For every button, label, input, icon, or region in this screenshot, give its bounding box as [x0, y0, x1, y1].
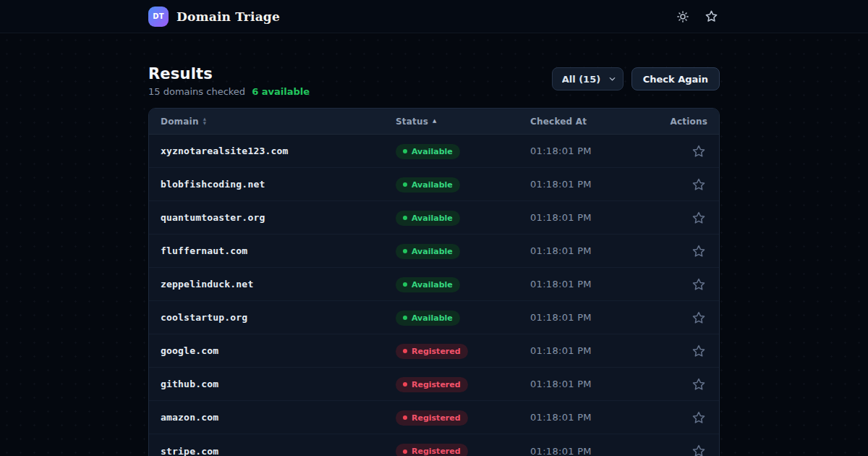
status-label: Registered	[412, 380, 461, 389]
star-icon	[692, 277, 706, 292]
checked-at-cell: 01:18:01 PM	[530, 345, 660, 356]
status-dot-icon	[403, 382, 407, 387]
table-row: stripe.com Registered 01:18:01 PM	[149, 434, 719, 456]
column-header-domain[interactable]: Domain ▲▼	[161, 117, 396, 127]
table-row: blobfishcoding.net Available 01:18:01 PM	[149, 168, 719, 201]
table-row: zeppelinduck.net Available 01:18:01 PM	[149, 268, 719, 301]
status-badge: Registered	[396, 344, 468, 359]
status-dot-icon	[403, 415, 407, 420]
filter-select-wrap: All (15)	[552, 67, 624, 90]
status-dot-icon	[403, 182, 407, 187]
favorites-button[interactable]	[703, 8, 720, 25]
results-header: Results 15 domains checked 6 available A…	[148, 65, 720, 97]
checked-at-cell: 01:18:01 PM	[530, 179, 660, 190]
favorite-star-button[interactable]	[690, 309, 707, 326]
page-title: Results	[148, 65, 310, 83]
sort-ascending-icon: ▲	[433, 119, 437, 124]
domain-cell: fluffernaut.com	[161, 245, 396, 256]
star-icon	[692, 311, 706, 325]
status-dot-icon	[403, 349, 407, 353]
status-dot-icon	[403, 149, 407, 153]
domain-cell: google.com	[161, 345, 396, 356]
table-row: xyznotarealsite123.com Available 01:18:0…	[149, 135, 719, 168]
favorite-star-button[interactable]	[690, 342, 707, 360]
checked-at-cell: 01:18:01 PM	[530, 312, 660, 323]
favorite-star-button[interactable]	[690, 276, 707, 293]
sun-icon	[676, 10, 689, 23]
status-badge: Available	[396, 311, 460, 326]
status-label: Registered	[412, 413, 461, 423]
app-logo: DT	[148, 7, 169, 27]
status-dot-icon	[403, 316, 407, 320]
sort-both-icon: ▲▼	[203, 117, 206, 125]
star-icon	[692, 377, 706, 392]
status-badge: Available	[396, 144, 460, 159]
column-header-actions: Actions	[660, 117, 707, 127]
status-label: Available	[412, 280, 453, 290]
checked-at-cell: 01:18:01 PM	[530, 446, 660, 456]
status-badge: Available	[396, 244, 460, 259]
checked-at-cell: 01:18:01 PM	[530, 379, 660, 389]
status-label: Registered	[412, 447, 461, 456]
domain-cell: amazon.com	[161, 412, 396, 423]
star-icon	[692, 177, 706, 192]
favorite-star-button[interactable]	[690, 242, 707, 260]
checked-at-cell: 01:18:01 PM	[530, 412, 660, 423]
app-title: Domain Triage	[176, 9, 280, 24]
favorite-star-button[interactable]	[690, 409, 707, 426]
column-header-status[interactable]: Status ▲	[396, 117, 530, 127]
favorite-star-button[interactable]	[690, 209, 707, 227]
status-dot-icon	[403, 249, 407, 253]
main-content: Results 15 domains checked 6 available A…	[0, 33, 868, 456]
status-badge: Available	[396, 277, 460, 292]
star-icon	[692, 410, 706, 425]
domain-cell: github.com	[161, 379, 396, 389]
star-icon	[692, 444, 706, 456]
status-badge: Registered	[396, 410, 468, 426]
status-badge: Available	[396, 177, 460, 193]
status-label: Available	[412, 313, 453, 323]
status-label: Available	[412, 180, 453, 190]
domain-cell: coolstartup.org	[161, 312, 396, 323]
table-row: google.com Registered 01:18:01 PM	[149, 334, 719, 368]
results-table: Domain ▲▼ Status ▲ Checked At Actions xy…	[148, 108, 720, 456]
table-row: quantumtoaster.org Available 01:18:01 PM	[149, 201, 719, 235]
status-label: Available	[412, 247, 453, 256]
available-count: 6 available	[252, 86, 310, 97]
star-icon	[692, 144, 706, 159]
favorite-star-button[interactable]	[690, 176, 707, 193]
domain-cell: stripe.com	[161, 446, 396, 456]
status-label: Registered	[412, 347, 461, 356]
star-icon	[705, 9, 718, 23]
table-row: coolstartup.org Available 01:18:01 PM	[149, 301, 719, 334]
checked-at-cell: 01:18:01 PM	[530, 145, 660, 156]
theme-toggle-button[interactable]	[675, 9, 691, 25]
topbar: DT Domain Triage	[0, 0, 868, 33]
checked-at-cell: 01:18:01 PM	[530, 279, 660, 290]
domain-cell: blobfishcoding.net	[161, 179, 396, 190]
favorite-star-button[interactable]	[690, 376, 707, 393]
status-dot-icon	[403, 216, 407, 220]
column-header-checked-at: Checked At	[530, 117, 660, 127]
brand: DT Domain Triage	[148, 7, 280, 27]
table-row: fluffernaut.com Available 01:18:01 PM	[149, 235, 719, 268]
status-label: Available	[412, 147, 453, 156]
star-icon	[692, 344, 706, 358]
domains-checked-count: 15 domains checked	[148, 86, 245, 97]
domain-cell: xyznotarealsite123.com	[161, 145, 396, 156]
status-filter-select[interactable]: All (15)	[552, 67, 624, 90]
favorite-star-button[interactable]	[690, 143, 707, 160]
table-body: xyznotarealsite123.com Available 01:18:0…	[149, 135, 719, 456]
status-badge: Registered	[396, 377, 468, 392]
domain-cell: zeppelinduck.net	[161, 279, 396, 290]
status-dot-icon	[403, 449, 407, 454]
favorite-star-button[interactable]	[690, 442, 707, 456]
domain-cell: quantumtoaster.org	[161, 212, 396, 223]
table-row: github.com Registered 01:18:01 PM	[149, 368, 719, 401]
table-row: amazon.com Registered 01:18:01 PM	[149, 401, 719, 434]
status-badge: Registered	[396, 444, 468, 456]
check-again-button[interactable]: Check Again	[631, 67, 720, 90]
table-header-row: Domain ▲▼ Status ▲ Checked At Actions	[149, 109, 719, 135]
checked-at-cell: 01:18:01 PM	[530, 212, 660, 223]
status-label: Available	[412, 214, 453, 223]
